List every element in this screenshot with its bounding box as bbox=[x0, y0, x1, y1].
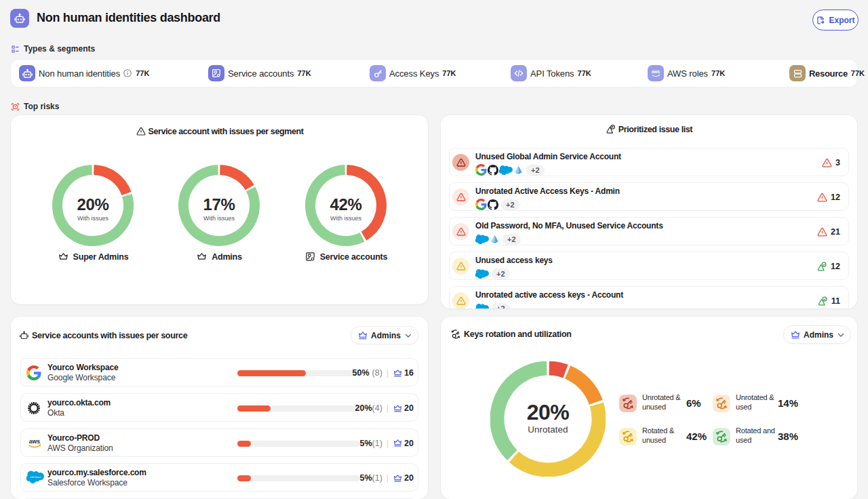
svg-text:aws: aws bbox=[29, 438, 41, 445]
svg-text:salesforce: salesforce bbox=[30, 476, 41, 479]
svg-text:aws: aws bbox=[652, 69, 660, 74]
